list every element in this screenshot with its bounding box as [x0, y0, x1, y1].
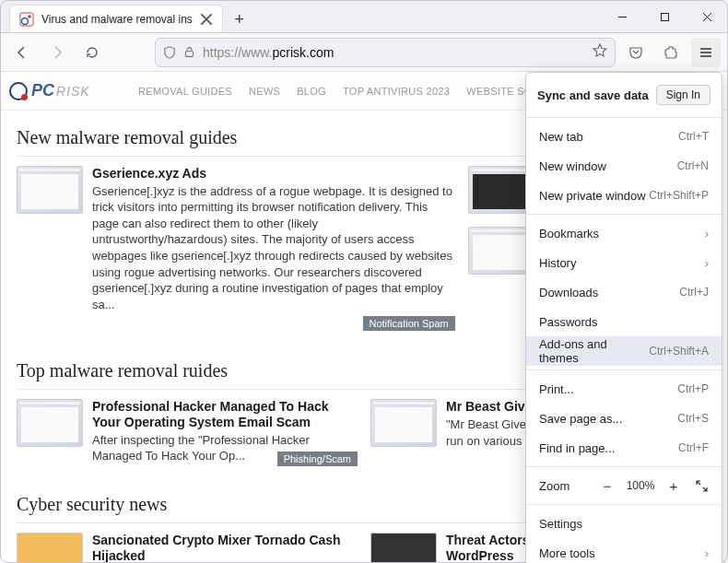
article-title: Sancionated Crypto Mixer Tornado Cash Hi…: [92, 533, 358, 563]
article-text: Gserience[.]xyz is the address of a rogu…: [92, 183, 455, 312]
article-thumb: [370, 533, 437, 563]
nav-link[interactable]: TOP ANTIVIRUS 2023: [343, 86, 450, 97]
app-menu: Sync and save data Sign In New tabCtrl+T…: [525, 72, 722, 563]
menu-new-private-window[interactable]: New private windowCtrl+Shift+P: [526, 181, 722, 210]
sync-label: Sync and save data: [537, 88, 649, 102]
chevron-right-icon: ›: [705, 546, 709, 560]
tab-title: Virus and malware removal ins: [41, 13, 193, 26]
menu-history[interactable]: History›: [526, 248, 722, 277]
menu-passwords[interactable]: Passwords: [526, 307, 722, 336]
tab-strip: Virus and malware removal ins +: [0, 0, 728, 33]
article-thumb: [17, 399, 83, 447]
article-thumb: [17, 166, 83, 214]
nav-link[interactable]: REMOVAL GUIDES: [138, 86, 232, 97]
lock-icon: [183, 46, 195, 58]
new-tab-button[interactable]: +: [227, 6, 252, 32]
close-icon[interactable]: [200, 13, 213, 26]
zoom-out-button[interactable]: −: [596, 475, 618, 497]
site-nav: REMOVAL GUIDES NEWS BLOG TOP ANTIVIRUS 2…: [138, 86, 569, 97]
menu-addons[interactable]: Add-ons and themesCtrl+Shift+A: [526, 336, 722, 366]
close-window-button[interactable]: [686, 0, 728, 33]
minimize-button[interactable]: [601, 0, 643, 33]
menu-bookmarks[interactable]: Bookmarks›: [526, 218, 722, 248]
site-logo[interactable]: PCRISK: [9, 76, 120, 106]
reload-button[interactable]: [77, 38, 107, 67]
article-thumb: [370, 399, 437, 447]
svg-rect-3: [661, 13, 668, 20]
menu-new-window[interactable]: New windowCtrl+N: [526, 151, 722, 181]
toolbar: https://www.pcrisk.com: [0, 33, 728, 72]
article-title: Gserience.xyz Ads: [92, 166, 455, 182]
menu-new-tab[interactable]: New tabCtrl+T: [526, 122, 722, 151]
window-controls: [601, 0, 728, 33]
category-badge: Phishing/Scam: [277, 452, 358, 466]
category-badge: Notification Spam: [363, 316, 455, 331]
url-bar[interactable]: https://www.pcrisk.com: [155, 38, 616, 67]
article-item[interactable]: Professional Hacker Managed To Hack Your…: [17, 399, 358, 464]
maximize-button[interactable]: [643, 0, 686, 33]
article-thumb: [468, 227, 534, 275]
menu-find[interactable]: Find in page...Ctrl+F: [526, 433, 722, 463]
app-menu-button[interactable]: [691, 38, 721, 67]
zoom-value: 100%: [624, 479, 657, 492]
menu-print[interactable]: Print...Ctrl+P: [526, 374, 722, 404]
menu-zoom: Zoom − 100% +: [526, 471, 722, 500]
star-icon[interactable]: [593, 43, 607, 62]
chevron-right-icon: ›: [705, 256, 709, 270]
svg-rect-4: [185, 52, 193, 57]
browser-tab[interactable]: Virus and malware removal ins: [9, 5, 223, 32]
tab-favicon: [19, 12, 34, 27]
article-item[interactable]: Sancionated Crypto Mixer Tornado Cash Hi…: [17, 533, 358, 563]
chevron-right-icon: ›: [705, 227, 709, 240]
menu-downloads[interactable]: DownloadsCtrl+J: [526, 277, 722, 307]
shield-icon: [163, 46, 176, 59]
url-text: https://www.pcrisk.com: [203, 45, 585, 60]
article-thumb: [17, 533, 83, 563]
sign-in-button[interactable]: Sign In: [656, 85, 710, 105]
article-thumb: [468, 166, 534, 214]
nav-link[interactable]: BLOG: [297, 86, 326, 97]
menu-save-as[interactable]: Save page as...Ctrl+S: [526, 404, 722, 433]
menu-sync-row: Sync and save data Sign In: [526, 76, 722, 113]
svg-point-2: [28, 15, 31, 18]
menu-settings[interactable]: Settings: [526, 509, 722, 538]
menu-more-tools[interactable]: More tools›: [526, 538, 722, 563]
pocket-icon[interactable]: [621, 38, 651, 67]
back-button[interactable]: [7, 38, 37, 67]
fullscreen-button[interactable]: [690, 475, 712, 497]
article-title: Professional Hacker Managed To Hack Your…: [92, 399, 358, 430]
forward-button[interactable]: [42, 38, 72, 67]
article-item[interactable]: Gserience.xyz Ads Gserience[.]xyz is the…: [17, 166, 455, 331]
nav-link[interactable]: NEWS: [249, 86, 280, 97]
extensions-icon[interactable]: [656, 38, 686, 67]
zoom-in-button[interactable]: +: [663, 475, 685, 497]
